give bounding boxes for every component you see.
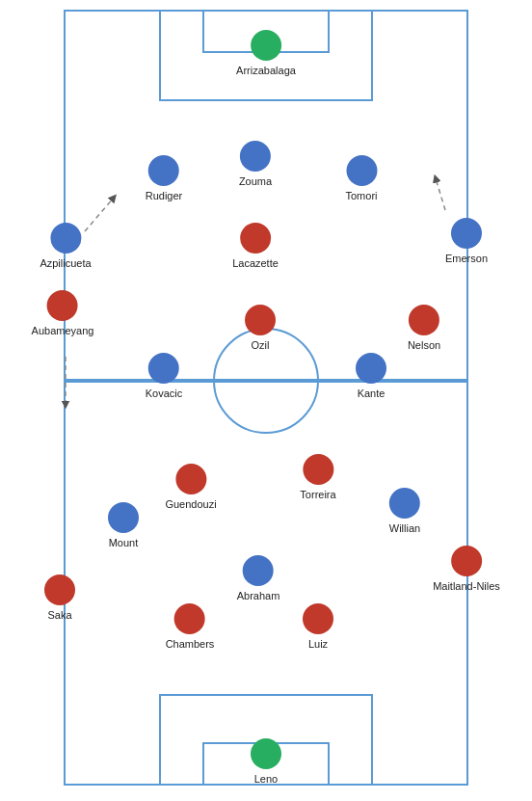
player-circle <box>251 30 281 61</box>
player-nelson: Nelson <box>408 305 440 351</box>
player-ozil: Ozil <box>245 305 276 351</box>
player-kante: Kante <box>356 353 386 399</box>
player-saka: Saka <box>44 574 75 621</box>
player-leno: Leno <box>251 738 281 785</box>
player-arrizabalaga: Arrizabalaga <box>236 30 296 76</box>
player-torreira: Torreira <box>300 454 335 500</box>
player-abraham: Abraham <box>237 555 280 601</box>
player-willian: Willian <box>389 488 420 534</box>
player-maitland-niles: Maitland-Niles <box>433 546 500 592</box>
player-zouma: Zouma <box>239 141 272 187</box>
player-lacazette: Lacazette <box>232 223 279 269</box>
player-kovacic: Kovacic <box>146 353 183 399</box>
player-guendouzi: Guendouzi <box>165 464 216 510</box>
player-tomori: Tomori <box>345 155 377 201</box>
football-pitch: Arrizabalaga Rudiger Zouma Tomori Azpili… <box>0 0 532 801</box>
player-azpilicueta: Azpilicueta <box>40 223 91 269</box>
player-luiz: Luiz <box>303 603 333 650</box>
player-rudiger: Rudiger <box>146 155 183 201</box>
player-chambers: Chambers <box>166 603 215 650</box>
player-emerson: Emerson <box>445 218 488 264</box>
player-label: Arrizabalaga <box>236 65 296 76</box>
player-aubameyang: Aubameyang <box>32 290 94 336</box>
player-mount: Mount <box>108 502 139 548</box>
